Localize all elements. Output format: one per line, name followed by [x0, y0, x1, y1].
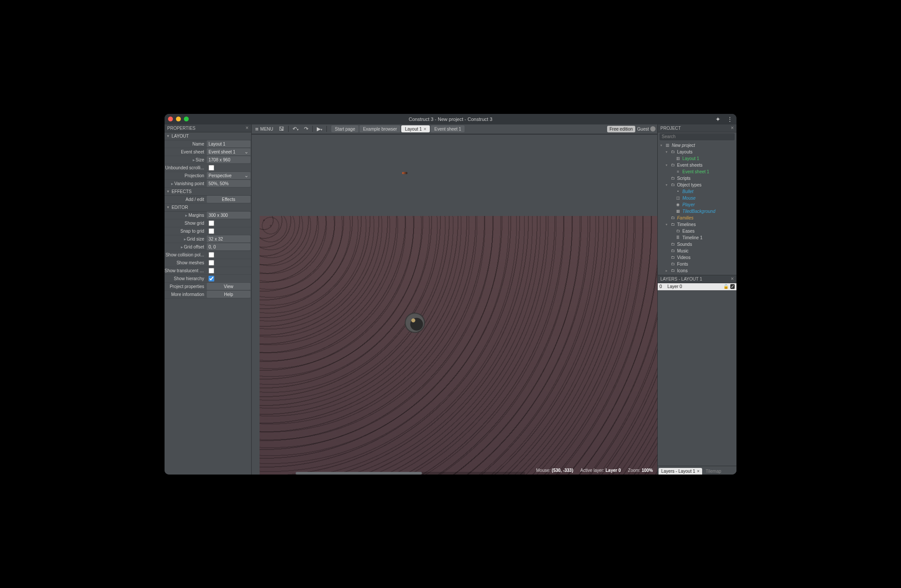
section-layout[interactable]: LAYOUT	[165, 132, 251, 140]
prop-gridsize-input[interactable]: 32 x 32	[207, 235, 250, 242]
tree-node[interactable]: ≡Event sheet 1	[658, 168, 736, 175]
window-minimize[interactable]	[176, 117, 181, 121]
prop-eventsheet-select[interactable]: Event sheet 1	[207, 148, 250, 155]
prop-margins-input[interactable]: 300 x 300	[207, 212, 250, 219]
node-label: Music	[677, 248, 689, 253]
tree-node[interactable]: ◉Player	[658, 201, 736, 208]
tree-node[interactable]: •Bullet	[658, 188, 736, 195]
node-label: Object types	[677, 183, 702, 187]
prop-snap-checkbox[interactable]	[207, 227, 250, 234]
expand-icon[interactable]: ▸	[665, 269, 668, 273]
prop-meshes-checkbox[interactable]	[207, 259, 250, 266]
effects-button[interactable]: Effects	[207, 196, 250, 203]
expand-icon[interactable]: ▾	[665, 223, 668, 226]
prop-vanishing-input[interactable]: 50%, 50%	[207, 180, 250, 187]
prop-collision-checkbox[interactable]	[207, 251, 250, 258]
tree-node[interactable]: ▾🗀Layouts	[658, 149, 736, 155]
node-label: Layouts	[677, 150, 692, 154]
menu-button[interactable]: MENU	[253, 125, 275, 133]
right-bottom-tabs: Layers - Layout 1× Tilemap	[658, 466, 736, 475]
prop-size-input[interactable]: 1708 x 960	[207, 156, 250, 163]
view-project-props-button[interactable]: View	[207, 283, 250, 290]
expand-icon[interactable]: ▾	[665, 150, 668, 154]
tree-node[interactable]: ▾▥New project	[658, 142, 736, 149]
unlock-icon[interactable]: 🔓	[723, 284, 729, 289]
prop-gridoffset-input[interactable]: 0, 0	[207, 243, 250, 250]
tree-node[interactable]: ▸🗀Icons	[658, 267, 736, 274]
undo-icon[interactable]: ↶▾	[291, 126, 300, 132]
expand-icon[interactable]: ▾	[659, 143, 663, 147]
tree-node[interactable]: ▦TiledBackground	[658, 208, 736, 215]
prop-addedit-label: Add / edit	[165, 197, 207, 202]
properties-close-icon[interactable]: ×	[245, 125, 249, 131]
prop-size-label: ▸Size	[165, 157, 207, 162]
node-icon: ▥	[675, 156, 681, 161]
prop-unbounded-checkbox[interactable]	[207, 164, 250, 171]
main-toolbar: MENU 🖫 ↶▾ ↷ ▶▾ Start page Example browse…	[252, 124, 657, 134]
tab-start-page[interactable]: Start page	[331, 125, 359, 132]
tree-node[interactable]: ▾🗀Event sheets	[658, 162, 736, 168]
tab-layers-close-icon[interactable]: ×	[697, 469, 700, 474]
tree-node[interactable]: ▾🗀Timelines	[658, 221, 736, 228]
redo-icon[interactable]: ↷	[303, 126, 310, 132]
section-editor[interactable]: EDITOR	[165, 204, 251, 212]
overflow-menu-icon[interactable]: ⋮	[727, 116, 733, 123]
titlebar: Construct 3 - New project - Construct 3 …	[165, 114, 736, 124]
node-label: Families	[677, 215, 693, 220]
tree-node[interactable]: ◫Mouse	[658, 195, 736, 201]
layers-close-icon[interactable]: ×	[731, 276, 734, 282]
bullet-sprite[interactable]	[402, 172, 407, 174]
prop-hierarchy-checkbox[interactable]	[207, 275, 250, 282]
tree-node[interactable]: 🗀Music	[658, 248, 736, 254]
tree-node[interactable]: 🗀Sounds	[658, 241, 736, 248]
play-icon[interactable]: ▶▾	[315, 126, 324, 132]
tree-node[interactable]: ≣Timeline 1	[658, 234, 736, 241]
tree-node[interactable]: 🗀Videos	[658, 254, 736, 261]
tab-close-icon[interactable]: ×	[424, 126, 426, 131]
visibility-checkbox[interactable]: ✓	[730, 284, 735, 289]
player-sprite[interactable]	[403, 310, 427, 335]
tree-node[interactable]: 🗀Fonts	[658, 261, 736, 267]
tab-example-browser[interactable]: Example browser	[359, 125, 400, 132]
horizontal-scrollbar[interactable]	[296, 472, 525, 475]
project-tree[interactable]: ▾▥New project▾🗀Layouts ▥Layout 1▾🗀Event …	[658, 141, 736, 275]
guest-account[interactable]: Guest	[637, 126, 656, 131]
canvas-statusbar: Mouse: (530, -333) Active layer: Layer 0…	[536, 468, 653, 473]
tab-layout1[interactable]: Layout 1×	[401, 125, 430, 132]
prop-vanishing-label: ▸Vanishing point	[165, 181, 207, 186]
prop-gridoffset-label: ▸Grid offset	[165, 245, 207, 249]
tree-node[interactable]: 🗀Families	[658, 215, 736, 221]
window-close[interactable]	[168, 117, 173, 121]
save-icon[interactable]: 🖫	[278, 126, 286, 132]
tree-node[interactable]: ▥Layout 1	[658, 155, 736, 162]
node-icon: 🗀	[670, 183, 675, 187]
prop-projection-select[interactable]: Perspective	[207, 172, 250, 179]
node-icon: ◫	[675, 196, 681, 200]
prop-showgrid-label: Show grid	[165, 221, 207, 226]
tree-node[interactable]: 🗀Scripts	[658, 175, 736, 182]
tab-event-sheet1[interactable]: Event sheet 1	[431, 125, 465, 132]
project-close-icon[interactable]: ×	[731, 125, 734, 131]
tiled-background-object[interactable]	[260, 216, 657, 475]
layout-canvas[interactable]: Mouse: (530, -333) Active layer: Layer 0…	[252, 134, 657, 475]
tab-layers[interactable]: Layers - Layout 1×	[659, 468, 702, 475]
section-effects[interactable]: EFFECTS	[165, 188, 251, 196]
prop-showgrid-checkbox[interactable]	[207, 219, 250, 226]
prop-meshes-label: Show meshes	[165, 260, 207, 265]
prop-name-input[interactable]: Layout 1	[207, 140, 250, 147]
help-button[interactable]: Help	[207, 291, 250, 298]
project-search-input[interactable]: Search	[659, 133, 735, 140]
prop-translucent-checkbox[interactable]	[207, 267, 250, 274]
expand-icon[interactable]: ▾	[665, 163, 668, 167]
app-window: Construct 3 - New project - Construct 3 …	[165, 114, 736, 475]
prop-collision-label: Show collision pol...	[165, 252, 207, 257]
free-edition-badge[interactable]: Free edition	[607, 126, 636, 132]
tab-tilemap[interactable]: Tilemap	[703, 468, 724, 475]
tree-node[interactable]: 🗀Eases	[658, 228, 736, 234]
layer-row[interactable]: 0 Layer 0 🔓 ✓	[658, 283, 736, 290]
window-zoom[interactable]	[184, 117, 189, 121]
expand-icon[interactable]: ▾	[665, 183, 668, 187]
tree-node[interactable]: ▾🗀Object types	[658, 182, 736, 188]
layers-list: 0 Layer 0 🔓 ✓	[658, 283, 736, 466]
extensions-icon[interactable]: ✦	[715, 116, 721, 123]
